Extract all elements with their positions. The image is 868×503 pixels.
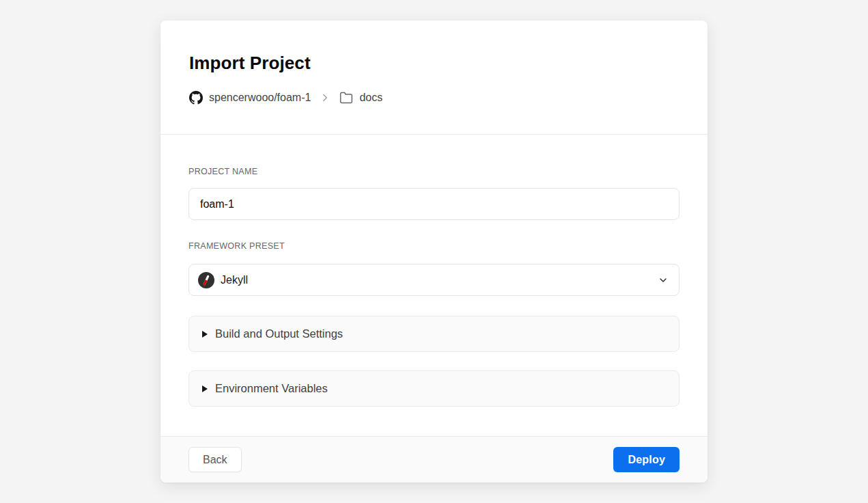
folder-icon	[339, 91, 353, 105]
chevron-down-icon	[658, 275, 669, 286]
import-project-dialog: Import Project spencerwooo/foam-1 docs	[160, 21, 708, 482]
github-icon	[189, 91, 203, 105]
accordion-label: Environment Variables	[215, 382, 328, 395]
framework-selected-value: Jekyll	[221, 274, 658, 286]
dialog-footer: Back Deploy	[160, 436, 708, 482]
dialog-header: Import Project spencerwooo/foam-1 docs	[160, 21, 708, 135]
jekyll-icon	[198, 272, 214, 288]
deploy-button[interactable]: Deploy	[613, 447, 680, 472]
breadcrumb-repo: spencerwooo/foam-1	[209, 92, 311, 104]
page-title: Import Project	[189, 53, 679, 72]
project-name-label: PROJECT NAME	[188, 167, 680, 176]
accordion-label: Build and Output Settings	[215, 327, 343, 340]
accordion-environment-variables[interactable]: Environment Variables	[188, 370, 680, 407]
back-button[interactable]: Back	[188, 447, 242, 472]
framework-preset-label: FRAMEWORK PRESET	[188, 241, 680, 251]
accordion-build-output-settings[interactable]: Build and Output Settings	[188, 316, 680, 352]
triangle-right-icon	[202, 331, 208, 338]
project-name-input[interactable]	[188, 188, 680, 220]
chevron-right-icon	[319, 92, 331, 104]
triangle-right-icon	[202, 385, 208, 392]
breadcrumb: spencerwooo/foam-1 docs	[189, 89, 679, 106]
dialog-body: PROJECT NAME FRAMEWORK PRESET Jekyll	[160, 135, 708, 436]
breadcrumb-folder: docs	[359, 92, 382, 104]
framework-preset-select[interactable]: Jekyll	[188, 264, 680, 296]
